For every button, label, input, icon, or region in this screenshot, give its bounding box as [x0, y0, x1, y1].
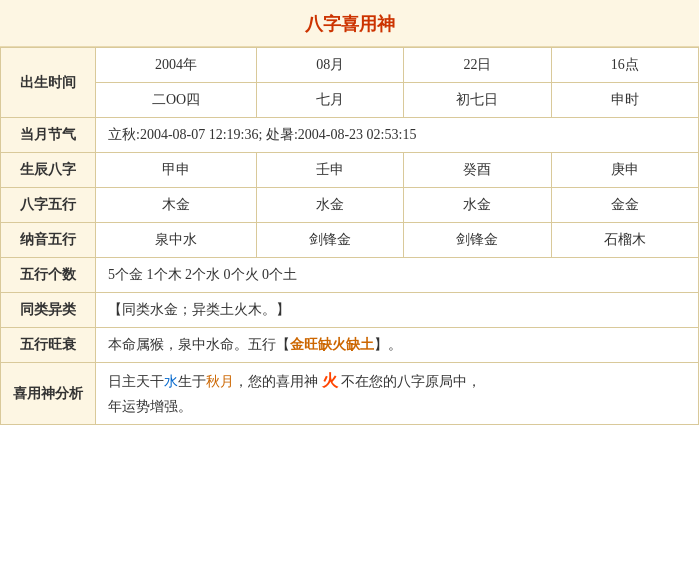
xiyong-fire: 火	[322, 372, 338, 389]
bazi-1: 甲申	[96, 153, 257, 188]
birthtime-day-cn: 初七日	[404, 83, 551, 118]
birthtime-row2: 二OO四 七月 初七日 申时	[1, 83, 699, 118]
page-title: 八字喜用神	[305, 14, 395, 34]
birthtime-hour: 16点	[551, 48, 698, 83]
wuxing-2: 水金	[257, 188, 404, 223]
xiyong-line2-text: 年运势增强。	[108, 399, 192, 414]
count-value: 5个金 1个木 2个水 0个火 0个土	[96, 258, 699, 293]
bazi-label: 生辰八字	[1, 153, 96, 188]
birthtime-day: 22日	[404, 48, 551, 83]
birthtime-row1: 出生时间 2004年 08月 22日 16点	[1, 48, 699, 83]
xiyong-season: 秋月	[206, 374, 234, 389]
nayin-label: 纳音五行	[1, 223, 96, 258]
wangai-post: 】。	[374, 337, 402, 352]
count-label: 五行个数	[1, 258, 96, 293]
birthtime-year-cn: 二OO四	[96, 83, 257, 118]
tongyi-label: 同类异类	[1, 293, 96, 328]
bazi-2: 壬申	[257, 153, 404, 188]
bazi-4: 庚申	[551, 153, 698, 188]
wangai-row: 五行旺衰 本命属猴，泉中水命。五行【金旺缺火缺土】。	[1, 328, 699, 363]
wuxing-1: 木金	[96, 188, 257, 223]
xiyong-water: 水	[164, 374, 178, 389]
nayin-3: 剑锋金	[404, 223, 551, 258]
nayin-4: 石榴木	[551, 223, 698, 258]
birthtime-month: 08月	[257, 48, 404, 83]
xiyong-mid2: ，您的喜用神	[234, 374, 322, 389]
wuxing-4: 金金	[551, 188, 698, 223]
xiyong-mid1: 生于	[178, 374, 206, 389]
xiyong-value: 日主天干水生于秋月，您的喜用神 火 不在您的八字原局中， 年运势增强。	[96, 363, 699, 425]
wuxing-3: 水金	[404, 188, 551, 223]
count-row: 五行个数 5个金 1个木 2个水 0个火 0个土	[1, 258, 699, 293]
xiyong-pre: 日主天干	[108, 374, 164, 389]
jieqi-label: 当月节气	[1, 118, 96, 153]
jieqi-value: 立秋:2004-08-07 12:19:36; 处暑:2004-08-23 02…	[96, 118, 699, 153]
jieqi-row: 当月节气 立秋:2004-08-07 12:19:36; 处暑:2004-08-…	[1, 118, 699, 153]
title-area: 八字喜用神	[0, 0, 699, 47]
tongyi-text: 【同类水金；异类土火木。】	[108, 302, 290, 317]
wangai-pre: 本命属猴，泉中水命。五行【	[108, 337, 290, 352]
xiyong-label: 喜用神分析	[1, 363, 96, 425]
xiyong-line2: 年运势增强。	[108, 398, 686, 416]
tongyi-value: 【同类水金；异类土火木。】	[96, 293, 699, 328]
wuxing-row: 八字五行 木金 水金 水金 金金	[1, 188, 699, 223]
wangai-label: 五行旺衰	[1, 328, 96, 363]
nayin-row: 纳音五行 泉中水 剑锋金 剑锋金 石榴木	[1, 223, 699, 258]
page-container: 八字喜用神 出生时间 2004年 08月 22日 16点 二OO四 七月 初七日…	[0, 0, 699, 425]
wangai-highlight: 金旺缺火缺土	[290, 337, 374, 352]
wangai-value: 本命属猴，泉中水命。五行【金旺缺火缺土】。	[96, 328, 699, 363]
birthtime-year: 2004年	[96, 48, 257, 83]
bazi-3: 癸酉	[404, 153, 551, 188]
birthtime-hour-cn: 申时	[551, 83, 698, 118]
birthtime-month-cn: 七月	[257, 83, 404, 118]
birthtime-label: 出生时间	[1, 48, 96, 118]
main-table: 出生时间 2004年 08月 22日 16点 二OO四 七月 初七日 申时 当月…	[0, 47, 699, 425]
nayin-2: 剑锋金	[257, 223, 404, 258]
nayin-1: 泉中水	[96, 223, 257, 258]
tongyi-row: 同类异类 【同类水金；异类土火木。】	[1, 293, 699, 328]
wuxing-label: 八字五行	[1, 188, 96, 223]
xiyong-line1: 日主天干水生于秋月，您的喜用神 火 不在您的八字原局中，	[108, 371, 686, 392]
xiyong-post: 不在您的八字原局中，	[338, 374, 482, 389]
bazi-row: 生辰八字 甲申 壬申 癸酉 庚申	[1, 153, 699, 188]
xiyong-row: 喜用神分析 日主天干水生于秋月，您的喜用神 火 不在您的八字原局中， 年运势增强…	[1, 363, 699, 425]
